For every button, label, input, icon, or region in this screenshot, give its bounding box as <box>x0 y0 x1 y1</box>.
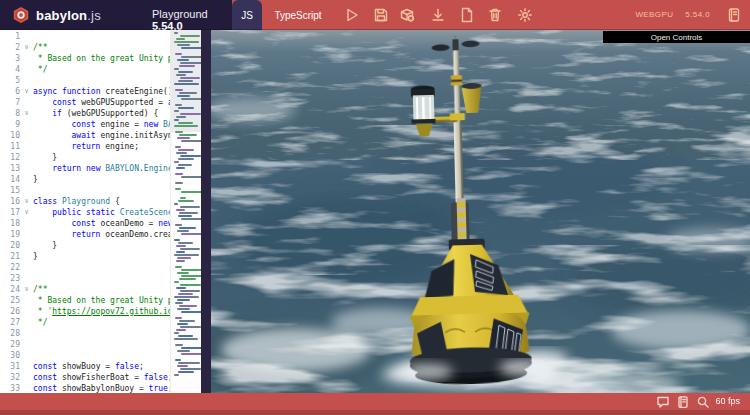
code-line[interactable]: 29 <box>0 339 170 350</box>
download-icon[interactable] <box>430 7 446 23</box>
code-text: } <box>33 240 170 251</box>
code-text: const showBabylonBuoy = true; <box>33 383 170 393</box>
fold-spacer <box>20 372 33 383</box>
code-line[interactable]: 3 * Based on the great Unity pro <box>0 53 170 64</box>
code-line[interactable]: 2∨/** <box>0 42 170 53</box>
line-number: 7 <box>0 97 20 108</box>
babylon-logo[interactable]: babylon.js <box>12 4 101 26</box>
code-line[interactable]: 33const showBabylonBuoy = true; <box>0 383 170 393</box>
open-controls-button[interactable]: Open Controls <box>603 31 750 43</box>
logo-label: babylon.js <box>36 8 101 23</box>
code-line[interactable]: 19 return oceanDemo.createS <box>0 229 170 240</box>
code-text <box>33 31 170 42</box>
line-number: 17 <box>0 207 20 218</box>
code-text: return oceanDemo.createS <box>33 229 170 240</box>
fold-spacer <box>20 361 33 372</box>
code-lines[interactable]: 12∨/**3 * Based on the great Unity pro4 … <box>0 31 170 393</box>
code-text: const showFisherBoat = false; <box>33 372 170 383</box>
code-line[interactable]: 17∨ public static CreateScene(e <box>0 207 170 218</box>
code-line[interactable]: 9 const engine = new BABYL <box>0 119 170 130</box>
editor-splitter[interactable] <box>201 30 211 393</box>
code-line[interactable]: 26 * 'https://popov72.github.io/B <box>0 306 170 317</box>
code-line[interactable]: 25 * Based on the great Unity pro <box>0 295 170 306</box>
search-icon[interactable] <box>696 395 710 409</box>
inspector-icon[interactable] <box>399 7 415 23</box>
line-number: 1 <box>0 31 20 42</box>
code-line[interactable]: 23 <box>0 273 170 284</box>
line-number: 14 <box>0 174 20 185</box>
minimap-viewport[interactable] <box>171 30 201 132</box>
line-number: 8 <box>0 108 20 119</box>
fold-chevron-icon[interactable]: ∨ <box>20 42 33 53</box>
line-number: 13 <box>0 163 20 174</box>
code-line[interactable]: 14} <box>0 174 170 185</box>
code-line[interactable]: 32const showFisherBoat = false; <box>0 372 170 383</box>
code-line[interactable]: 15 <box>0 185 170 196</box>
examples-icon[interactable] <box>726 7 742 23</box>
line-number: 10 <box>0 130 20 141</box>
code-text: } <box>33 251 170 262</box>
code-text: */ <box>33 317 170 328</box>
code-text: return new BABYLON.Engine(d <box>33 163 170 174</box>
code-line[interactable]: 1 <box>0 31 170 42</box>
minimap[interactable] <box>170 30 201 393</box>
code-text: } <box>33 152 170 163</box>
code-line[interactable]: 7 const webGPUSupported = awa <box>0 97 170 108</box>
code-line[interactable]: 10 await engine.initAsync( <box>0 130 170 141</box>
fold-spacer <box>20 306 33 317</box>
line-number: 2 <box>0 42 20 53</box>
tab-typescript[interactable]: TypeScript <box>262 0 334 30</box>
line-number: 6 <box>0 86 20 97</box>
fold-spacer <box>20 163 33 174</box>
fold-chevron-icon[interactable]: ∨ <box>20 207 33 218</box>
fold-chevron-icon[interactable]: ∨ <box>20 196 33 207</box>
code-line[interactable]: 22 <box>0 262 170 273</box>
fold-spacer <box>20 53 33 64</box>
code-line[interactable]: 24∨/** <box>0 284 170 295</box>
fold-spacer <box>20 262 33 273</box>
code-line[interactable]: 5 <box>0 75 170 86</box>
fold-spacer <box>20 328 33 339</box>
engine-version: 5.54.0 <box>685 10 710 19</box>
new-file-icon[interactable] <box>459 7 475 23</box>
code-text: * Based on the great Unity pro <box>33 53 170 64</box>
line-number: 15 <box>0 185 20 196</box>
code-line[interactable]: 16∨class Playground { <box>0 196 170 207</box>
settings-icon[interactable] <box>517 7 533 23</box>
fold-chevron-icon[interactable]: ∨ <box>20 284 33 295</box>
examples-icon[interactable] <box>676 395 690 409</box>
code-editor[interactable]: 12∨/**3 * Based on the great Unity pro4 … <box>0 30 206 393</box>
line-number: 26 <box>0 306 20 317</box>
code-line[interactable]: 8∨ if (webGPUSupported) { <box>0 108 170 119</box>
code-line[interactable]: 11 return engine; <box>0 141 170 152</box>
render-canvas[interactable]: babylon.js Open Controls <box>211 30 750 393</box>
fold-chevron-icon[interactable]: ∨ <box>20 86 33 97</box>
code-line[interactable]: 18 const oceanDemo = new O <box>0 218 170 229</box>
code-line[interactable]: 31const showBuoy = false; <box>0 361 170 372</box>
fold-chevron-icon[interactable]: ∨ <box>20 108 33 119</box>
code-line[interactable]: 28 <box>0 328 170 339</box>
code-text <box>33 350 170 361</box>
code-text <box>33 339 170 350</box>
line-number: 20 <box>0 240 20 251</box>
comment-icon[interactable] <box>656 395 670 409</box>
code-text: * Based on the great Unity pro <box>33 295 170 306</box>
fps-counter: 60 fps <box>715 396 740 406</box>
code-text: /** <box>33 284 170 295</box>
code-line[interactable]: 12 } <box>0 152 170 163</box>
code-line[interactable]: 13 return new BABYLON.Engine(d <box>0 163 170 174</box>
code-line[interactable]: 30 <box>0 350 170 361</box>
code-line[interactable]: 20 } <box>0 240 170 251</box>
code-text <box>33 262 170 273</box>
code-line[interactable]: 4 */ <box>0 64 170 75</box>
fold-spacer <box>20 64 33 75</box>
play-icon[interactable] <box>344 7 360 23</box>
fold-spacer <box>20 152 33 163</box>
tab-js[interactable]: JS <box>232 0 262 30</box>
delete-icon[interactable] <box>487 7 503 23</box>
code-line[interactable]: 6∨async function createEngine() { <box>0 86 170 97</box>
code-line[interactable]: 27 */ <box>0 317 170 328</box>
fold-spacer <box>20 317 33 328</box>
code-line[interactable]: 21} <box>0 251 170 262</box>
save-icon[interactable] <box>373 7 389 23</box>
